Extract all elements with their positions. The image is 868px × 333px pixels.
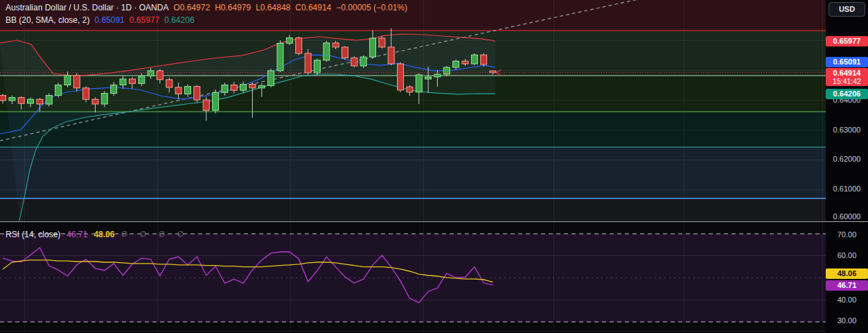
candle [9,98,15,101]
candle [222,85,228,93]
rsi-indicator-title[interactable]: RSI (14, close) [6,230,60,239]
price-badge: 0.65091 [826,57,868,67]
symbol-title[interactable]: Australian Dollar / U.S. Dollar · 1D · O… [6,3,168,12]
candle [407,87,413,92]
axis-tick-label: 0.62000 [826,154,868,164]
candle [64,76,71,85]
candle [240,85,247,91]
candle [434,74,441,77]
candle [213,92,219,110]
candle [416,75,422,92]
pane-separator[interactable] [0,221,868,222]
candle [111,85,117,94]
price-badge: 46.71 [826,280,868,291]
candle [203,100,209,110]
price-zone [0,147,826,198]
price-badge: 0.65977 [826,36,868,46]
candle [28,99,34,103]
candle [388,47,394,64]
candle [342,47,348,58]
currency-button[interactable]: USD [829,2,865,17]
axis-tick-label: 30.00 [826,316,868,325]
candle [231,85,237,91]
price-badge: 0.64206 [826,89,868,99]
candle [175,87,181,94]
candle [185,87,191,94]
bb-upper-value: 0.65977 [130,15,159,25]
candle [83,88,89,99]
candle [462,61,468,64]
rsi-empty-values: ∅ ∅ ∅ ∅ [121,230,188,239]
axis-tick-label: 60.00 [826,250,868,260]
rsi-ma-value: 48.06 [94,230,114,239]
price-pane[interactable] [0,0,826,221]
candle [148,71,154,76]
candle [481,55,487,65]
candle [324,43,330,60]
candle [194,87,200,100]
ohlc-high: H0.64979 [215,3,251,12]
candle [0,96,6,101]
candle [46,96,52,105]
axis-tick-label: 0.63000 [826,125,868,135]
candle [425,77,432,79]
candle [101,94,107,105]
candle [129,79,135,84]
candle [37,99,43,104]
candle [398,64,404,90]
price-badge: 0.6491415:41:42 [826,68,868,86]
price-badge: 48.06 [826,268,868,279]
price-pane-legend: Australian Dollar / U.S. Dollar · 1D · O… [6,2,407,25]
chart-window: Australian Dollar / U.S. Dollar · 1D · O… [0,0,868,333]
price-zone [0,198,826,221]
candle [471,55,477,64]
rsi-legend-row: RSI (14, close) 46.71 48.06 ∅ ∅ ∅ ∅ [6,229,188,239]
candle [296,38,302,53]
candle [18,98,24,104]
price-axis[interactable]: USD 0.640000.630000.620000.610000.600007… [826,0,868,333]
ohlc-close: C0.64914 [295,3,331,12]
rsi-value: 46.71 [67,230,87,239]
candle [166,80,172,87]
candle [370,38,376,57]
bb-indicator-title[interactable]: BB (20, SMA, close, 2) [6,15,89,25]
ohlc-open: O0.64972 [173,3,210,12]
candle [139,76,145,84]
candle [120,79,126,85]
candle [305,53,311,73]
symbol-legend-row: Australian Dollar / U.S. Dollar · 1D · O… [6,2,407,12]
candle [351,58,357,66]
candle [157,71,163,80]
candle [249,85,256,88]
candle [268,71,274,86]
candle [277,43,283,71]
candle [55,85,62,96]
bb-lower-value: 0.64206 [164,15,194,25]
ohlc-low: L0.64848 [256,3,290,12]
candle [453,61,459,67]
bb-legend-row: BB (20, SMA, close, 2) 0.65091 0.65977 0… [6,15,407,25]
price-change: −0.00005 (−0.01%) [336,3,407,12]
candle [92,99,98,104]
candle [73,76,80,88]
candle [333,43,339,47]
axis-tick-label: 70.00 [826,230,868,239]
chart-canvas[interactable] [0,0,868,333]
candle [379,38,385,47]
candle [286,38,292,44]
candle [443,67,450,74]
axis-tick-label: 0.61000 [826,184,868,194]
candle [360,57,366,66]
candle [258,85,265,87]
bb-basis-value: 0.65091 [94,15,124,25]
candle [314,60,320,73]
axis-tick-label: 40.00 [826,295,868,305]
axis-tick-label: 0.60000 [826,212,868,221]
